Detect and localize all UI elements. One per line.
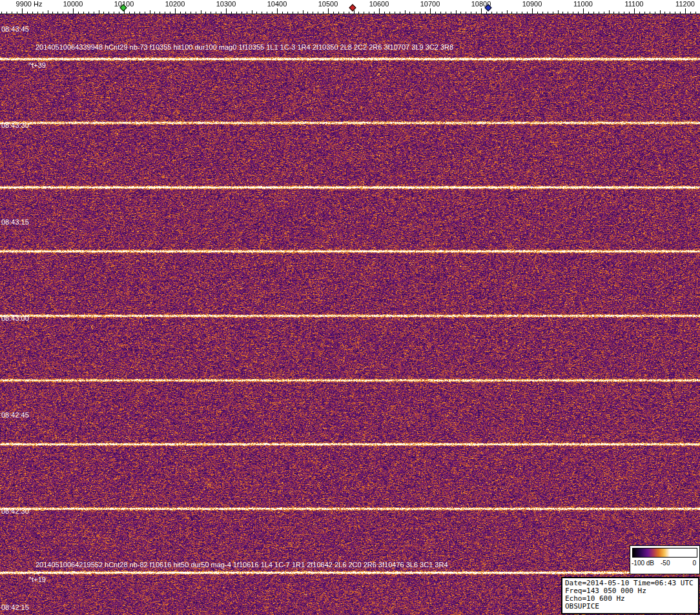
ruler-tick: [451, 12, 451, 14]
ruler-tick: [369, 12, 369, 14]
ruler-tick: [578, 12, 579, 14]
ruler-tick: [425, 12, 426, 14]
ruler-tick: [170, 12, 170, 14]
ruler-tick: [358, 12, 359, 14]
ruler-tick: [511, 12, 512, 14]
ruler-tick: [695, 12, 696, 14]
ruler-tick: [660, 10, 661, 14]
ruler-tick: [507, 10, 508, 14]
time-label: 08:43:00: [1, 314, 29, 322]
ruler-tick: [456, 10, 457, 14]
ruler-tick: [6, 12, 7, 14]
ruler-tick: [435, 12, 436, 14]
ruler-tick: [303, 10, 304, 14]
time-offset-caret-2: ^t+19: [28, 576, 46, 583]
ruler-tick: [32, 12, 33, 14]
ruler-tick: [52, 12, 53, 14]
ruler-tick: [119, 12, 119, 14]
ruler-tick: [78, 12, 79, 14]
ruler-tick: [17, 12, 17, 14]
ruler-tick: [522, 12, 522, 14]
colorbar: -100 dB -50 0: [630, 545, 700, 574]
ruler-tick: [323, 12, 324, 14]
ruler-tick: [231, 12, 232, 14]
ruler-tick: [328, 8, 329, 14]
freq-label: 10200: [165, 0, 185, 8]
colorbar-max-label: 0: [692, 560, 696, 567]
ruler-tick: [613, 12, 614, 14]
freq-label: 10900: [522, 0, 542, 8]
ruler-tick: [267, 12, 267, 14]
red-diamond-marker[interactable]: [349, 4, 356, 11]
ruler-tick: [639, 12, 640, 14]
ruler-tick: [175, 8, 176, 14]
colorbar-mid-label: -50: [661, 560, 670, 567]
ruler-tick: [145, 12, 145, 14]
ruler-tick: [502, 12, 502, 14]
ruler-tick: [43, 12, 43, 14]
ruler-tick: [384, 12, 385, 14]
time-label: 08:42:30: [1, 507, 29, 515]
ruler-tick: [190, 12, 191, 14]
ruler-tick: [180, 12, 181, 14]
ruler-tick: [252, 10, 252, 14]
time-offset-caret-1: ^t+39: [28, 61, 46, 69]
ruler-tick: [650, 12, 650, 14]
ruler-tick: [655, 12, 655, 14]
ruler-tick: [609, 10, 610, 14]
ruler-tick: [293, 12, 293, 14]
ruler-tick: [379, 8, 380, 14]
ruler-tick: [63, 12, 63, 14]
ruler-tick: [247, 12, 247, 14]
ruler-tick: [108, 12, 109, 14]
ruler-tick: [282, 12, 283, 14]
ruler-tick: [236, 12, 237, 14]
ruler-tick: [599, 12, 599, 14]
freq-label: 10700: [420, 0, 440, 8]
time-label: 08:43:15: [1, 218, 29, 226]
ruler-tick: [287, 12, 288, 14]
freq-label: 10500: [318, 0, 338, 8]
ruler-tick: [558, 10, 559, 14]
ruler-tick: [634, 8, 635, 14]
ruler-tick: [604, 12, 604, 14]
ruler-tick: [307, 12, 308, 14]
ruler-tick: [446, 12, 446, 14]
ruler-tick: [583, 8, 584, 14]
ruler-tick: [139, 12, 140, 14]
freq-label: 9900 Hz: [16, 0, 43, 8]
ruler-tick: [154, 12, 155, 14]
ruler-tick: [88, 12, 89, 14]
ruler-tick: [466, 12, 466, 14]
frequency-ruler[interactable]: 9900 Hz100001010010200103001040010500106…: [0, 0, 700, 14]
freq-label: 11100: [625, 0, 644, 8]
ruler-tick: [211, 12, 211, 14]
ruler-tick: [103, 12, 104, 14]
ruler-tick: [497, 12, 497, 14]
ruler-tick: [471, 12, 471, 14]
ruler-tick: [573, 12, 573, 14]
ruler-tick: [629, 12, 630, 14]
ruler-tick: [349, 12, 349, 14]
info-box: Date=2014-05-10 Time=06:43 UTC Freq=143 …: [561, 577, 699, 614]
ruler-tick: [430, 8, 431, 14]
ruler-tick: [420, 12, 420, 14]
ruler-tick: [262, 12, 262, 14]
freq-label: 11000: [573, 0, 593, 8]
ruler-tick: [344, 12, 344, 14]
freq-label: 10000: [63, 0, 83, 8]
ruler-tick: [298, 12, 298, 14]
ruler-tick: [201, 10, 201, 14]
ruler-tick: [68, 12, 68, 14]
ruler-tick: [277, 8, 278, 14]
ruler-tick: [226, 8, 227, 14]
ruler-tick: [395, 12, 395, 14]
overlay-layer: 08:43:4508:43:3008:43:1508:43:0008:42:45…: [0, 0, 700, 615]
time-label: 08:43:30: [1, 121, 29, 129]
ruler-tick: [242, 12, 242, 14]
ruler-tick: [405, 10, 406, 14]
ruler-tick: [160, 12, 160, 14]
ruler-tick: [389, 12, 390, 14]
ruler-tick: [221, 12, 221, 14]
ruler-tick: [27, 12, 28, 14]
